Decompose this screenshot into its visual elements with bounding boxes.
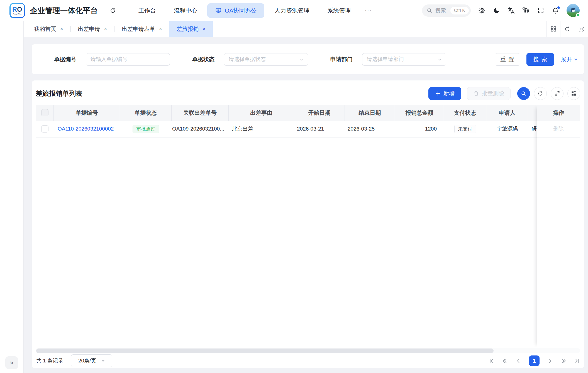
tab-travel-reimbursement[interactable]: 差旅报销 × bbox=[169, 21, 213, 37]
page-title: 企业管理一体化平台 bbox=[30, 6, 98, 16]
reimbursement-list-card: 差旅报销单列表 新增 批量删除 bbox=[32, 80, 584, 368]
next-page-button[interactable] bbox=[547, 358, 553, 364]
col-applicant: 申请人 bbox=[486, 105, 528, 121]
col-related-no: 关联出差单号 bbox=[172, 105, 229, 121]
tab-list-grid-icon[interactable] bbox=[546, 21, 560, 37]
main-menu: 工作台 流程中心 OA协同办公 人力资源管理 系统管理 ··· bbox=[131, 3, 376, 18]
close-icon[interactable]: × bbox=[203, 26, 206, 31]
close-icon[interactable]: × bbox=[159, 26, 162, 31]
related-no-cell: OA109-2026032100... bbox=[172, 121, 229, 137]
last-page-button[interactable] bbox=[574, 358, 580, 364]
plus-icon bbox=[435, 91, 441, 96]
field-label: 单据状态 bbox=[192, 56, 214, 63]
apply-dept-select[interactable]: 请选择申请部门 bbox=[362, 53, 446, 66]
select-all-checkbox[interactable] bbox=[41, 109, 48, 116]
field-label: 申请部门 bbox=[330, 56, 353, 63]
column-settings-button[interactable] bbox=[567, 87, 580, 100]
search-button[interactable]: 搜 索 bbox=[526, 53, 554, 66]
menu-more-button[interactable]: ··· bbox=[361, 4, 376, 17]
menu-item-hr[interactable]: 人力资源管理 bbox=[267, 3, 317, 18]
search-icon bbox=[521, 90, 527, 97]
add-button[interactable]: 新增 bbox=[428, 87, 461, 100]
doc-no-cell: OA110-2026032100002 bbox=[54, 121, 120, 137]
menu-item-oa-office[interactable]: OA协同办公 bbox=[207, 3, 264, 18]
language-translate-icon[interactable] bbox=[508, 7, 515, 14]
notification-dot bbox=[557, 6, 560, 9]
sidebar-expand-button[interactable]: » bbox=[5, 356, 18, 369]
trip-reason-cell: 北京出差 bbox=[229, 121, 294, 137]
expand-arrows-icon bbox=[554, 90, 560, 96]
caret-down-icon bbox=[101, 360, 105, 362]
search-placeholder: 搜索 bbox=[435, 7, 448, 14]
prev-page-button[interactable] bbox=[516, 358, 521, 364]
tab-refresh-icon[interactable] bbox=[560, 21, 574, 37]
delete-row-button[interactable]: 删除 bbox=[537, 121, 580, 138]
batch-delete-button[interactable]: 批量删除 bbox=[467, 87, 511, 100]
doc-no-input[interactable] bbox=[86, 53, 170, 66]
close-icon[interactable]: × bbox=[104, 26, 107, 31]
start-date-cell: 2026-03-21 bbox=[294, 121, 345, 137]
table-header-row: 单据编号 单据状态 关联出差单号 出差事由 开始日期 结束日期 报销总金额 支付… bbox=[36, 105, 580, 121]
double-chevron-left-icon bbox=[502, 358, 508, 364]
col-actions: 操作 bbox=[537, 105, 580, 121]
jump-back-button[interactable] bbox=[502, 358, 508, 364]
close-icon[interactable]: × bbox=[60, 26, 63, 31]
app-logo[interactable]: RO Ruoyi-Plus bbox=[9, 3, 25, 18]
table-fullscreen-button[interactable] bbox=[551, 87, 563, 100]
menu-item-label: OA协同办公 bbox=[225, 7, 257, 14]
collapsed-sidebar: » bbox=[0, 21, 24, 373]
app-logo-inner: RO Ruoyi-Plus bbox=[11, 4, 24, 17]
expand-filters-link[interactable]: 展开 bbox=[561, 56, 578, 63]
scrollbar-thumb[interactable] bbox=[36, 349, 494, 353]
tab-my-home[interactable]: 我的首页 × bbox=[27, 21, 70, 37]
amount-cell: 1200 bbox=[395, 121, 444, 137]
top-navbar: RO Ruoyi-Plus 企业管理一体化平台 工作台 流程中心 OA协同办公 … bbox=[0, 0, 588, 21]
fixed-actions-column: 操作 删除 bbox=[537, 105, 580, 348]
user-avatar[interactable] bbox=[567, 4, 580, 17]
page-size-select[interactable]: 20条/页 bbox=[71, 354, 112, 367]
col-trip-reason: 出差事由 bbox=[229, 105, 294, 121]
menu-item-workbench[interactable]: 工作台 bbox=[131, 3, 164, 18]
menu-item-label: 工作台 bbox=[138, 7, 156, 14]
notifications-bell-icon[interactable] bbox=[552, 7, 559, 14]
tab-label: 出差申请 bbox=[78, 25, 100, 33]
pay-status-cell: 未支付 bbox=[444, 121, 486, 137]
global-search-input[interactable]: 搜索 Ctrl K bbox=[422, 4, 471, 17]
tab-label: 我的首页 bbox=[34, 25, 56, 33]
applicant-cell: 宇擎源码 bbox=[486, 121, 528, 137]
tab-business-trip-apply[interactable]: 出差申请 × bbox=[71, 21, 114, 37]
select-placeholder: 请选择单据状态 bbox=[229, 56, 299, 63]
monitor-share-icon bbox=[215, 7, 222, 14]
col-end-date: 结束日期 bbox=[345, 105, 395, 121]
fullscreen-icon[interactable] bbox=[537, 7, 544, 14]
menu-item-label: 系统管理 bbox=[327, 7, 351, 14]
dark-mode-moon-icon[interactable] bbox=[493, 7, 500, 14]
list-title: 差旅报销单列表 bbox=[36, 89, 82, 98]
tab-business-trip-form[interactable]: 出差申请表单 × bbox=[114, 21, 169, 37]
reset-button[interactable]: 重 置 bbox=[495, 53, 520, 66]
list-actions: 新增 批量删除 bbox=[428, 87, 580, 100]
chevron-down-icon bbox=[437, 57, 442, 62]
status-badge: 审批通过 bbox=[133, 125, 159, 133]
content-fullscreen-icon[interactable] bbox=[574, 21, 588, 37]
table-refresh-button[interactable] bbox=[534, 87, 547, 100]
row-checkbox[interactable] bbox=[41, 125, 48, 132]
menu-item-process-center[interactable]: 流程中心 bbox=[166, 3, 205, 18]
menu-item-system[interactable]: 系统管理 bbox=[319, 3, 358, 18]
total-records-text: 共 1 条记录 bbox=[36, 357, 63, 364]
settings-gear-icon[interactable] bbox=[478, 7, 485, 14]
refresh-icon[interactable] bbox=[109, 7, 116, 14]
first-page-button[interactable] bbox=[489, 358, 495, 364]
timezone-globe-icon[interactable] bbox=[522, 7, 530, 14]
doc-status-select[interactable]: 请选择单据状态 bbox=[224, 53, 308, 66]
doc-no-input-field[interactable] bbox=[91, 56, 166, 62]
col-pay-status: 支付状态 bbox=[444, 105, 486, 121]
jump-forward-button[interactable] bbox=[560, 358, 566, 364]
current-page-button[interactable]: 1 bbox=[529, 355, 540, 366]
table-search-button[interactable] bbox=[517, 87, 530, 100]
select-placeholder: 请选择申请部门 bbox=[367, 56, 437, 63]
filter-field-doc-no: 单据编号 bbox=[54, 53, 170, 66]
doc-no-link[interactable]: OA110-2026032100002 bbox=[58, 126, 114, 132]
field-label: 单据编号 bbox=[54, 56, 76, 63]
online-status-dot bbox=[576, 13, 580, 17]
